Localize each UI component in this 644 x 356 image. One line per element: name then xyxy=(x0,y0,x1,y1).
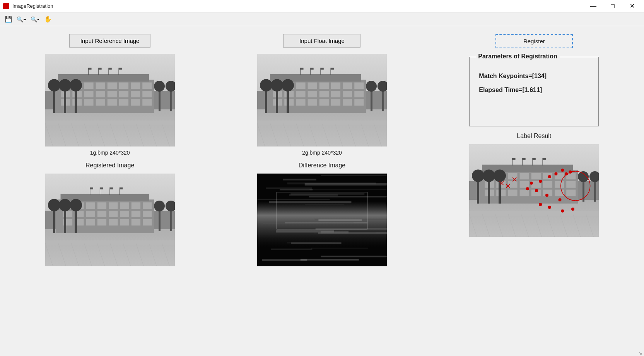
float-btn-section: Input Float Image xyxy=(227,34,416,48)
reference-image-caption: 1g.bmp 240*320 xyxy=(90,150,130,156)
registered-label: Registered Image xyxy=(85,162,134,169)
float-image xyxy=(257,54,387,146)
resize-handle[interactable]: ↘ xyxy=(638,350,643,355)
elapsed-time: Elapsed Time=[1.611] xyxy=(479,87,589,94)
input-float-button[interactable]: Input Float Image xyxy=(283,34,360,48)
params-box: Parameters of Registration Match Keypoin… xyxy=(469,57,599,126)
difference-image-container xyxy=(257,174,387,266)
params-title: Parameters of Registration xyxy=(476,53,560,60)
zoom-out-icon: 🔍- xyxy=(31,16,39,22)
title-bar: ImageRegistration — □ ✕ xyxy=(0,0,644,12)
pan-button[interactable]: ✋ xyxy=(43,14,53,25)
label-result-label: Label Result xyxy=(517,133,551,140)
difference-label: Difference Image xyxy=(299,162,346,169)
register-button[interactable]: Register xyxy=(495,34,573,48)
match-keypoints: Match Keypoints=[134] xyxy=(479,73,589,80)
save-button[interactable]: 💾 xyxy=(3,14,14,25)
zoom-out-button[interactable]: 🔍- xyxy=(29,14,40,25)
label-result-image xyxy=(469,144,599,237)
zoom-in-button[interactable]: 🔍+ xyxy=(16,14,27,25)
window-title: ImageRegistration xyxy=(12,3,53,9)
label-result-image-container xyxy=(469,144,599,237)
main-content: Input Reference Image 1g.bmp 240*320 Reg… xyxy=(0,26,644,274)
maximize-button[interactable]: □ xyxy=(604,0,622,12)
float-image-container xyxy=(257,54,387,146)
registered-image xyxy=(45,174,175,266)
reference-column: Input Reference Image 1g.bmp 240*320 Reg… xyxy=(15,34,204,266)
input-reference-button[interactable]: Input Reference Image xyxy=(69,34,151,48)
title-bar-left: ImageRegistration xyxy=(3,3,53,9)
register-btn-section: Register xyxy=(440,34,629,48)
minimize-button[interactable]: — xyxy=(584,0,602,12)
pan-icon: ✋ xyxy=(44,15,52,23)
title-bar-controls: — □ ✕ xyxy=(584,0,641,12)
register-column: Register Parameters of Registration Matc… xyxy=(440,34,629,266)
params-content: Match Keypoints=[134] Elapsed Time=[1.61… xyxy=(479,73,589,94)
reference-image-container xyxy=(45,54,175,146)
save-icon: 💾 xyxy=(5,15,12,23)
float-column: Input Float Image 2g.bmp 240*320 Differe… xyxy=(227,34,416,266)
float-image-caption: 2g.bmp 240*320 xyxy=(302,150,342,156)
toolbar: 💾 🔍+ 🔍- ✋ xyxy=(0,12,644,26)
app-icon xyxy=(3,3,9,9)
reference-image xyxy=(45,54,175,146)
reference-btn-section: Input Reference Image xyxy=(15,34,204,48)
zoom-in-icon: 🔍+ xyxy=(17,16,26,22)
difference-image xyxy=(257,174,387,266)
registered-image-container xyxy=(45,174,175,266)
close-button[interactable]: ✕ xyxy=(623,0,641,12)
